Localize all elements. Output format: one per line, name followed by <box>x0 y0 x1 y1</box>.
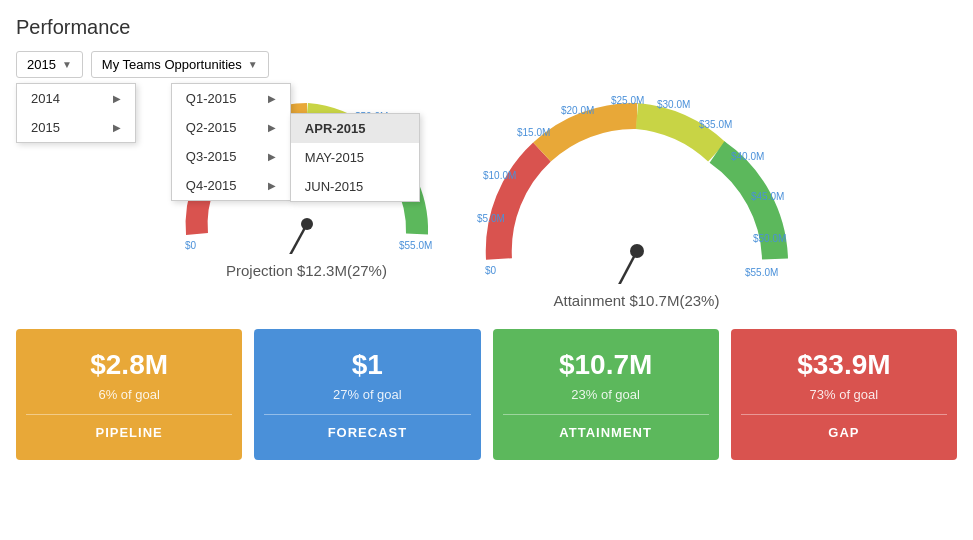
svg-text:$20.0M: $20.0M <box>561 105 594 116</box>
gauge-attainment-label: Attainment $10.7M(23%) <box>477 292 797 309</box>
q1-arrow-icon: ▶ <box>268 93 276 104</box>
svg-text:$55.0M: $55.0M <box>745 267 778 278</box>
quarter-submenu-area: Q1-2015 ▶ Q2-2015 ▶ APR-2015 MAY-2015 JU… <box>171 83 291 201</box>
year-btn-label: 2015 <box>27 57 56 72</box>
year-dropdown-container: 2015 ▼ 2014 ▶ 2015 ▶ <box>16 51 83 78</box>
month-apr[interactable]: APR-2015 <box>291 114 419 143</box>
q3-arrow-icon: ▶ <box>268 151 276 162</box>
year-2014-label: 2014 <box>31 91 60 106</box>
svg-text:$0: $0 <box>185 240 197 251</box>
q2-arrow-icon: ▶ <box>268 122 276 133</box>
card-forecast-label: FORECAST <box>264 414 470 440</box>
teams-dropdown-btn[interactable]: My Teams Opportunities ▼ <box>91 51 269 78</box>
quarter-q1[interactable]: Q1-2015 ▶ <box>172 84 290 113</box>
year-menu-item-2015[interactable]: 2015 ▶ <box>17 113 135 142</box>
cards-row: $2.8M 6% of goal PIPELINE $1 27% of goal… <box>16 329 957 460</box>
page-title: Performance <box>16 16 957 39</box>
quarter-dropdown-menu: Q1-2015 ▶ Q2-2015 ▶ APR-2015 MAY-2015 JU… <box>171 83 291 201</box>
card-forecast-value: $1 <box>264 349 470 381</box>
teams-caret-icon: ▼ <box>248 59 258 70</box>
month-may[interactable]: MAY-2015 <box>291 143 419 172</box>
svg-text:$40.0M: $40.0M <box>731 151 764 162</box>
card-pipeline-value: $2.8M <box>26 349 232 381</box>
teams-dropdown-container: My Teams Opportunities ▼ Q1-2015 ▶ Q2-20… <box>91 51 269 78</box>
toolbar: 2015 ▼ 2014 ▶ 2015 ▶ My Teams Opportunit… <box>16 51 957 78</box>
month-submenu: APR-2015 MAY-2015 JUN-2015 <box>290 113 420 202</box>
month-jun[interactable]: JUN-2015 <box>291 172 419 201</box>
year-dropdown-menu: 2014 ▶ 2015 ▶ <box>16 83 136 143</box>
year-dropdown-btn[interactable]: 2015 ▼ <box>16 51 83 78</box>
svg-text:$55.0M: $55.0M <box>399 240 432 251</box>
q2-label: Q2-2015 <box>186 120 237 135</box>
svg-text:$25.0M: $25.0M <box>611 95 644 106</box>
teams-btn-label: My Teams Opportunities <box>102 57 242 72</box>
card-gap-label: GAP <box>741 414 947 440</box>
svg-point-7 <box>301 218 313 230</box>
submenu-arrow-icon-2: ▶ <box>113 122 121 133</box>
svg-line-20 <box>573 251 637 284</box>
svg-text:$45.0M: $45.0M <box>751 191 784 202</box>
card-pipeline-label: PIPELINE <box>26 414 232 440</box>
svg-text:$15.0M: $15.0M <box>517 127 550 138</box>
year-2015-label: 2015 <box>31 120 60 135</box>
card-gap: $33.9M 73% of goal GAP <box>731 329 957 460</box>
card-gap-value: $33.9M <box>741 349 947 381</box>
q4-arrow-icon: ▶ <box>268 180 276 191</box>
card-attainment-value: $10.7M <box>503 349 709 381</box>
year-menu-item-2014[interactable]: 2014 ▶ <box>17 84 135 113</box>
card-forecast: $1 27% of goal FORECAST <box>254 329 480 460</box>
card-attainment: $10.7M 23% of goal ATTAINMENT <box>493 329 719 460</box>
q1-label: Q1-2015 <box>186 91 237 106</box>
gauge-projection-label: Projection $12.3M(27%) <box>177 262 437 279</box>
svg-text:$50.0M: $50.0M <box>753 233 786 244</box>
quarter-q3[interactable]: Q3-2015 ▶ <box>172 142 290 171</box>
page-container: Performance 2015 ▼ 2014 ▶ 2015 ▶ My <box>0 0 973 540</box>
card-attainment-label: ATTAINMENT <box>503 414 709 440</box>
year-caret-icon: ▼ <box>62 59 72 70</box>
gauge-attainment-svg: $0 $5.0M $10.0M $15.0M $20.0M $25.0M $30… <box>477 94 797 284</box>
svg-text:$0: $0 <box>485 265 497 276</box>
card-pipeline: $2.8M 6% of goal PIPELINE <box>16 329 242 460</box>
q3-label: Q3-2015 <box>186 149 237 164</box>
svg-point-21 <box>630 244 644 258</box>
svg-text:$35.0M: $35.0M <box>699 119 732 130</box>
svg-text:$30.0M: $30.0M <box>657 99 690 110</box>
gauges-row: $0 $5.0M $10.0M $15.0M $50.0M $55.0M Pro… <box>16 94 957 309</box>
card-pipeline-pct: 6% of goal <box>26 387 232 402</box>
card-forecast-pct: 27% of goal <box>264 387 470 402</box>
submenu-arrow-icon: ▶ <box>113 93 121 104</box>
quarter-q2[interactable]: Q2-2015 ▶ APR-2015 MAY-2015 JUN-2015 <box>172 113 290 142</box>
q4-label: Q4-2015 <box>186 178 237 193</box>
quarter-q4[interactable]: Q4-2015 ▶ <box>172 171 290 200</box>
svg-text:$5.0M: $5.0M <box>477 213 505 224</box>
card-gap-pct: 73% of goal <box>741 387 947 402</box>
gauge-attainment: $0 $5.0M $10.0M $15.0M $20.0M $25.0M $30… <box>477 94 797 309</box>
svg-text:$10.0M: $10.0M <box>483 170 516 181</box>
card-attainment-pct: 23% of goal <box>503 387 709 402</box>
svg-line-6 <box>247 224 307 254</box>
